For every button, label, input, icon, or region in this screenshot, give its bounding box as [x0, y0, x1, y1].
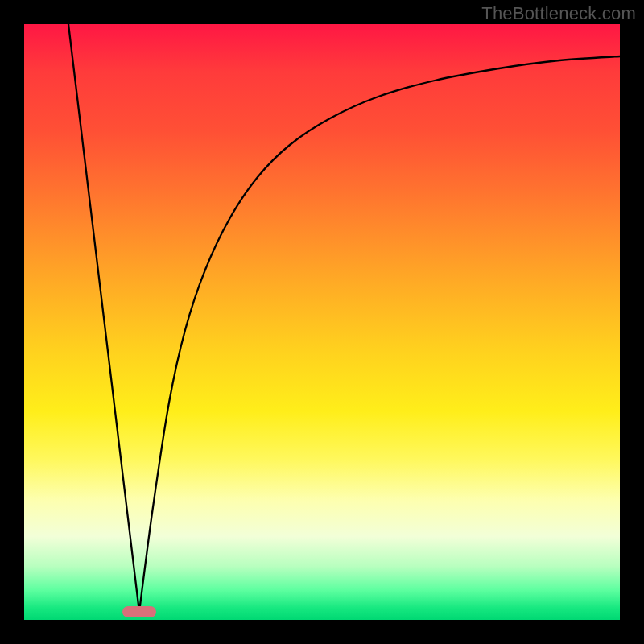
watermark-text: TheBottleneck.com	[481, 3, 636, 24]
plot-area	[24, 24, 620, 620]
right-curve-path	[139, 56, 620, 612]
left-line-path	[68, 24, 139, 612]
chart-frame: TheBottleneck.com	[0, 0, 644, 644]
curve-layer	[24, 24, 620, 620]
optimum-marker	[122, 606, 156, 617]
